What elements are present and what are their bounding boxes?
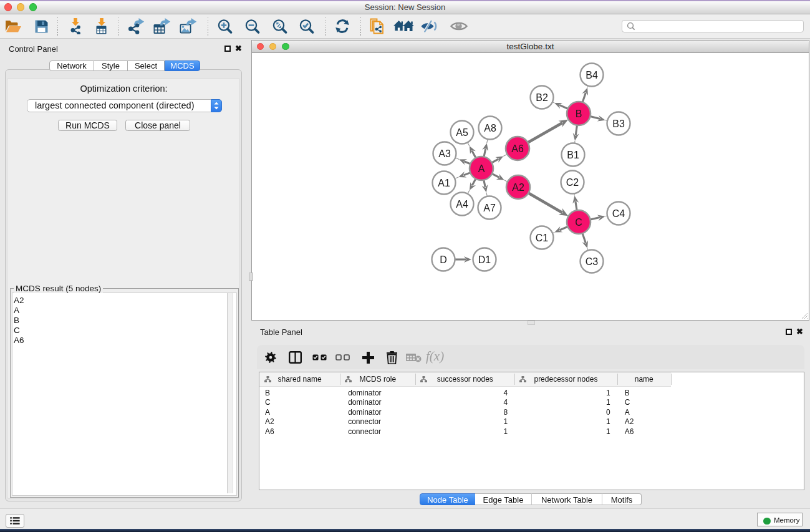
svg-text:A8: A8 — [484, 123, 496, 133]
svg-text:B2: B2 — [536, 92, 548, 103]
svg-text:A3: A3 — [438, 148, 451, 159]
svg-text:C3: C3 — [586, 256, 599, 267]
svg-text:A1: A1 — [438, 178, 450, 188]
svg-text:A5: A5 — [456, 127, 468, 138]
svg-text:C4: C4 — [612, 208, 625, 219]
svg-text:C: C — [575, 217, 582, 228]
svg-text:C2: C2 — [566, 177, 579, 188]
svg-text:C1: C1 — [536, 233, 549, 243]
svg-text:D1: D1 — [478, 254, 491, 265]
svg-text:B: B — [576, 109, 582, 119]
svg-text:A7: A7 — [483, 203, 496, 213]
svg-text:A4: A4 — [456, 199, 468, 210]
svg-text:A2: A2 — [512, 182, 524, 193]
svg-text:D: D — [440, 254, 447, 265]
svg-text:B1: B1 — [567, 150, 579, 160]
svg-text:A6: A6 — [511, 143, 524, 154]
svg-text:A: A — [478, 163, 485, 174]
svg-text:B3: B3 — [612, 118, 625, 129]
svg-text:B4: B4 — [586, 70, 598, 80]
